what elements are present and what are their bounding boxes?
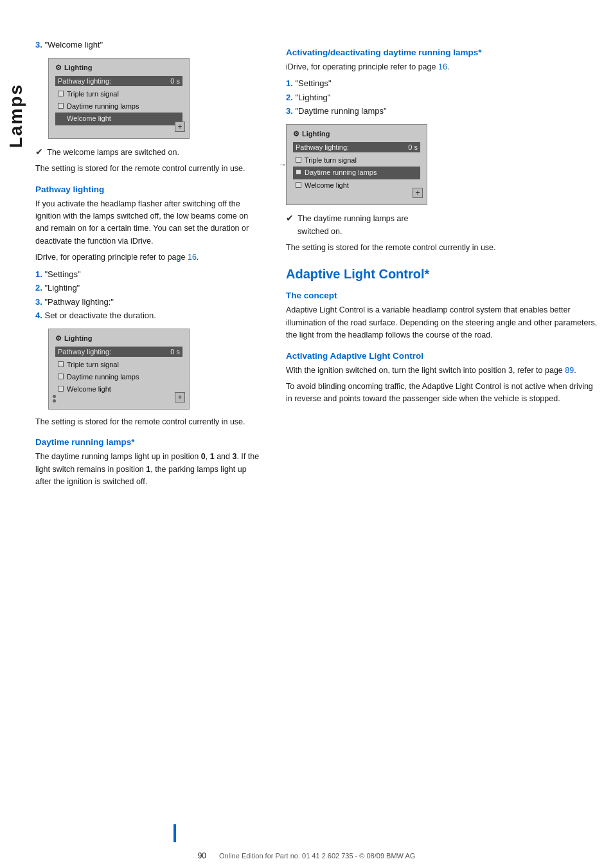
idrive-ref1: iDrive, for operating principle refer to…	[35, 251, 260, 264]
step3-item: 3. "Welcome light"	[35, 39, 260, 51]
activating-alc-link[interactable]: 89	[565, 366, 574, 375]
right-column: Activating/deactivating daytime running …	[273, 39, 600, 829]
storage-note-3: The setting is stored for the remote con…	[286, 242, 600, 254]
sidebar-label-text: Lamps	[6, 84, 26, 148]
step3-num: 3.	[35, 40, 42, 50]
concept-body: Adaptive Light Control is a variable hea…	[286, 304, 600, 341]
activating-alc-heading: Activating Adaptive Light Control	[286, 351, 600, 361]
page-number: 90	[198, 851, 213, 860]
idrive-ref1-link[interactable]: 16	[188, 253, 197, 262]
idrive-panel2-title: ⚙ Lighting	[55, 334, 182, 343]
activating-daytime-heading: Activating/deactivating daytime running …	[286, 48, 600, 57]
concept-heading: The concept	[286, 291, 600, 300]
checkbox-triple-1	[58, 91, 64, 96]
menu-item-welcome-2: Welcome light	[55, 383, 182, 395]
step3-text: "Welcome light"	[44, 40, 103, 50]
step-d1: 1. "Settings"	[286, 77, 600, 90]
bottom-line	[173, 824, 176, 842]
left-column: 3. "Welcome light" ⚙ Lighting Pathway li…	[35, 39, 273, 829]
menu-item-daytime-3: Daytime running lamps	[293, 167, 420, 179]
arrow-indicator: →	[279, 160, 287, 169]
step-d3: 3. "Daytime running lamps"	[286, 105, 600, 118]
checkmark-icon-1: ✔	[35, 145, 43, 159]
checkbox-welcome-3	[296, 182, 301, 188]
storage-note-2: The setting is stored for the remote con…	[35, 416, 260, 428]
checkbox-triple-3	[296, 157, 301, 163]
menu-item-triple-1: Triple turn signal	[55, 88, 182, 100]
menu-item-welcome-3: Welcome light	[293, 179, 420, 192]
menu-item-triple-2: Triple turn signal	[55, 359, 182, 371]
checkbox-daytime-3	[296, 169, 301, 175]
daytime-heading: Daytime running lamps*	[35, 437, 260, 447]
daytime-body: The daytime running lamps light up in po…	[35, 451, 260, 488]
activating-body1: iDrive, for operating principle refer to…	[286, 61, 600, 73]
activating-alc-body2: To avoid blinding oncoming traffic, the …	[286, 381, 600, 406]
pathway-row-2: Pathway lighting: 0 s	[55, 347, 182, 357]
menu-item-daytime-2: Daytime running lamps	[55, 371, 182, 383]
page-footer: 90 Online Edition for Part no. 01 41 2 6…	[0, 851, 613, 860]
activating-body1-link[interactable]: 16	[438, 62, 447, 71]
nav-dot-2	[53, 399, 56, 402]
nav-dot-1	[53, 395, 56, 398]
plus-button-3[interactable]: +	[413, 188, 423, 198]
checkmark-icon-2: ✔	[286, 212, 294, 226]
gear-icon-1: ⚙	[55, 64, 62, 72]
step-d2: 2. "Lighting"	[286, 91, 600, 104]
footer-text: Online Edition for Part no. 01 41 2 602 …	[219, 852, 415, 860]
idrive-panel-1: ⚙ Lighting Pathway lighting: 0 s Triple …	[48, 58, 190, 139]
idrive-panel-3: ⚙ Lighting Pathway lighting: 0 s Triple …	[286, 124, 427, 205]
gear-icon-3: ⚙	[293, 130, 299, 138]
menu-item-welcome-1: Welcome light	[55, 113, 182, 125]
sidebar-label: Lamps	[0, 51, 32, 180]
checkbox-daytime-1	[58, 103, 64, 109]
checkbox-welcome-2	[58, 386, 64, 392]
step-p3: 3. "Pathway lighting:"	[35, 296, 260, 309]
idrive-panel-2: ⚙ Lighting Pathway lighting: 0 s Triple …	[48, 329, 190, 410]
idrive-panel3-title: ⚙ Lighting	[293, 130, 420, 138]
idrive-panel1-title: ⚙ Lighting	[55, 64, 182, 72]
activating-alc-body1: With the ignition switched on, turn the …	[286, 365, 600, 377]
step-p1: 1. "Settings"	[35, 268, 260, 281]
checkbox-daytime-2	[58, 374, 64, 379]
menu-item-triple-3: Triple turn signal	[293, 154, 420, 167]
gear-icon-2: ⚙	[55, 334, 62, 343]
pathway-body1: If you activate the headlamp flasher aft…	[35, 198, 260, 248]
checkbox-welcome-1	[58, 115, 64, 121]
nav-dots	[53, 395, 56, 402]
storage-note-1: The setting is stored for the remote con…	[35, 163, 260, 175]
menu-item-daytime-1: Daytime running lamps	[55, 100, 182, 113]
step-p2: 2. "Lighting"	[35, 282, 260, 294]
checkmark-note-1: ✔ The welcome lamps are switched on.	[35, 145, 260, 159]
plus-button-2[interactable]: +	[175, 392, 185, 402]
content-area: 3. "Welcome light" ⚙ Lighting Pathway li…	[35, 39, 600, 829]
pathway-row-1: Pathway lighting: 0 s	[55, 76, 182, 86]
adaptive-main-heading: Adaptive Light Control*	[286, 267, 600, 282]
step-p4: 4. Set or deactivate the duration.	[35, 309, 260, 322]
plus-button-1[interactable]: +	[175, 122, 185, 132]
pathway-heading: Pathway lighting	[35, 185, 260, 194]
pathway-row-3: Pathway lighting: 0 s	[293, 142, 420, 152]
page-container: Lamps 3. "Welcome light" ⚙ Lighting Path…	[0, 0, 613, 868]
checkmark-note-2: ✔ The daytime running lamps are switched…	[286, 212, 600, 238]
checkbox-triple-2	[58, 361, 64, 367]
